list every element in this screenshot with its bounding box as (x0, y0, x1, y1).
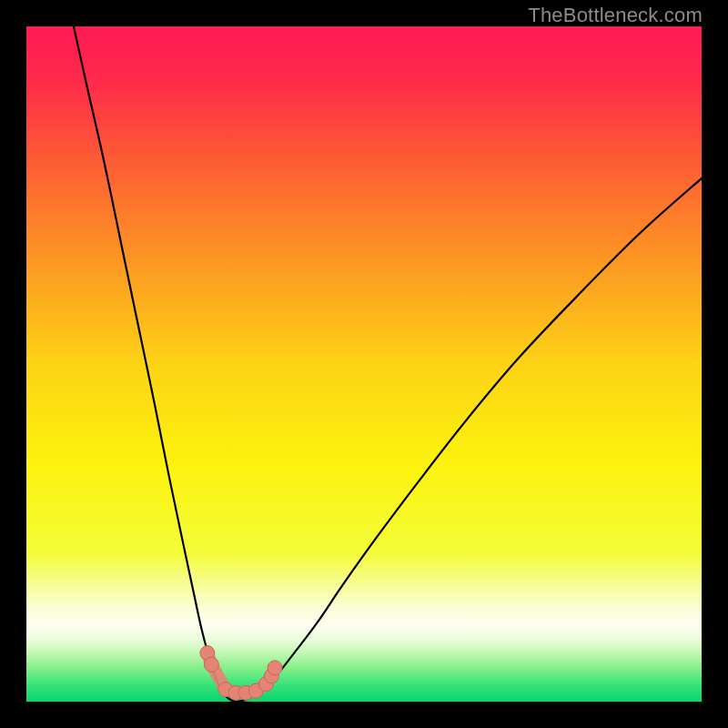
curve-right (236, 178, 702, 702)
curve-left (74, 26, 236, 702)
chart-frame: TheBottleneck.com (0, 0, 728, 728)
curve-layer (26, 26, 702, 702)
watermark-text: TheBottleneck.com (528, 4, 703, 27)
valley-marker-dot (204, 657, 218, 672)
plot-area (26, 26, 702, 702)
valley-marker-dot (268, 661, 282, 675)
